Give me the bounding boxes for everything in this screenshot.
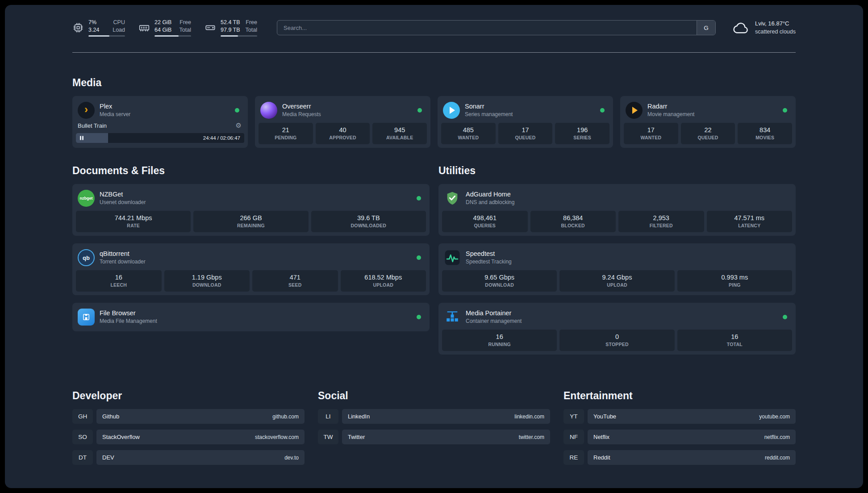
search-input[interactable] — [277, 21, 697, 35]
bookmark-stackoverflow[interactable]: SO StackOverflowstackoverflow.com — [72, 430, 305, 444]
bookmark-twitter[interactable]: TW Twittertwitter.com — [318, 430, 550, 444]
bookmark-name: Netflix — [593, 434, 609, 440]
bookmark-abbr: DT — [72, 450, 93, 465]
service-card-plex[interactable]: › Plex Media server Bullet Train ⚙ 24:44… — [72, 96, 248, 148]
service-card-radarr[interactable]: Radarr Movie management 17WANTED 22QUEUE… — [620, 96, 796, 148]
stat-value: 17 — [500, 126, 551, 134]
service-card-overseerr[interactable]: Overseerr Media Requests 21PENDING 40APP… — [255, 96, 430, 148]
status-dot-online — [783, 315, 787, 319]
bookmark-name: Reddit — [593, 454, 610, 461]
bookmark-abbr: LI — [318, 409, 338, 424]
radarr-icon — [626, 102, 643, 119]
stat-value: 834 — [739, 126, 790, 134]
stat-value: 16 — [444, 333, 555, 340]
stat-block: 498,461QUERIES — [442, 211, 528, 232]
stat-label: FILTERED — [620, 223, 702, 228]
weather-location: Lviv, 16.87°C — [755, 20, 796, 28]
bookmark-name: Github — [102, 413, 119, 420]
bookmark-name: YouTube — [593, 413, 616, 420]
stat-block: 17QUEUED — [498, 123, 553, 144]
service-card-qbittorrent[interactable]: qb qBittorrent Torrent downloader 16LEEC… — [72, 243, 430, 295]
service-desc: Media File Management — [100, 318, 157, 325]
service-card-filebrowser[interactable]: File Browser Media File Management — [72, 303, 430, 331]
service-card-portainer[interactable]: Media Portainer Container management 16R… — [438, 303, 796, 355]
bookmark-url: reddit.com — [765, 455, 790, 461]
cloud-icon — [732, 21, 750, 35]
bookmark-url: twitter.com — [519, 434, 544, 440]
service-name: Speedtest — [466, 250, 512, 258]
stat-block: 17WANTED — [624, 123, 678, 144]
speedtest-icon — [444, 249, 461, 266]
stat-label: STOPPED — [561, 342, 672, 347]
service-card-sonarr[interactable]: Sonarr Series management 485WANTED 17QUE… — [438, 96, 613, 148]
now-playing-title: Bullet Train — [78, 122, 107, 129]
bookmark-linkedin[interactable]: LI LinkedInlinkedin.com — [318, 409, 550, 424]
stat-block: 39.6 TBDOWNLOADED — [311, 211, 426, 232]
memory-total-value: 64 GiB — [154, 26, 171, 33]
cpu-load-value: 3.24 — [88, 26, 99, 33]
stat-block: 471SEED — [252, 270, 338, 292]
pause-icon — [80, 136, 83, 140]
service-name: File Browser — [100, 309, 157, 318]
stat-value: 0 — [561, 333, 672, 340]
memory-progress-fill — [154, 35, 179, 37]
service-name: Sonarr — [465, 102, 513, 111]
memory-progress-bar — [154, 35, 191, 37]
memory-total-label: Total — [179, 26, 191, 33]
service-desc: Torrent downloader — [100, 259, 146, 266]
gear-icon[interactable]: ⚙ — [236, 121, 242, 130]
stat-label: WANTED — [626, 135, 676, 140]
bookmark-url: linkedin.com — [514, 414, 544, 420]
status-dot-online — [417, 315, 421, 319]
bookmark-name: Twitter — [348, 434, 365, 440]
stat-value: 744.21 Mbps — [78, 214, 189, 221]
stat-value: 2,953 — [620, 214, 702, 221]
stat-value: 9.65 Gbps — [444, 274, 555, 281]
service-card-speedtest[interactable]: Speedtest Speedtest Tracking 9.65 GbpsDO… — [438, 243, 796, 295]
bookmark-dev[interactable]: DT DEVdev.to — [72, 450, 305, 465]
status-dot-online — [235, 108, 239, 113]
stat-label: DOWNLOAD — [166, 282, 248, 288]
stat-label: LATENCY — [709, 223, 791, 228]
stat-block: 86,384BLOCKED — [530, 211, 616, 232]
service-name: NZBGet — [100, 190, 146, 199]
bookmark-netflix[interactable]: NF Netflixnetflix.com — [563, 430, 796, 444]
stat-block: 834MOVIES — [738, 123, 792, 144]
stat-label: QUERIES — [444, 223, 526, 228]
service-card-adguard[interactable]: AdGuard Home DNS and adblocking 498,461Q… — [438, 184, 796, 236]
bookmark-abbr: SO — [72, 430, 93, 444]
disk-free-label: Free — [246, 19, 257, 26]
bookmark-github[interactable]: GH Githubgithub.com — [72, 409, 305, 424]
stat-label: WANTED — [443, 135, 494, 140]
stat-label: DOWNLOADED — [313, 223, 424, 228]
disk-widget: 52.4 TBFree 97.9 TBTotal — [204, 19, 257, 37]
disk-free-value: 52.4 TB — [221, 19, 240, 26]
cpu-load-label: Load — [113, 26, 125, 33]
disk-total-value: 97.9 TB — [221, 26, 240, 33]
weather-widget: Lviv, 16.87°C scattered clouds — [732, 20, 796, 36]
bookmark-name: LinkedIn — [348, 413, 370, 420]
stat-block: 22QUEUED — [681, 123, 735, 144]
filebrowser-icon — [78, 309, 95, 326]
status-dot-online — [600, 108, 605, 113]
qbittorrent-icon: qb — [78, 249, 95, 266]
section-title-utilities: Utilities — [438, 165, 796, 177]
stat-label: SERIES — [557, 135, 608, 140]
overseerr-icon — [260, 102, 277, 119]
stat-value: 16 — [78, 274, 160, 281]
stat-value: 266 GB — [195, 214, 306, 221]
stat-label: RATE — [78, 223, 189, 228]
bookmark-youtube[interactable]: YT YouTubeyoutube.com — [563, 409, 796, 424]
service-card-nzbget[interactable]: nzbget NZBGet Usenet downloader 744.21 M… — [72, 184, 430, 236]
stat-block: 266 GBREMAINING — [193, 211, 308, 232]
bookmark-url: stackoverflow.com — [255, 434, 299, 440]
stat-label: QUEUED — [500, 135, 551, 140]
cpu-widget: 7%CPU 3.24Load — [72, 19, 125, 37]
bookmark-reddit[interactable]: RE Redditreddit.com — [563, 450, 796, 465]
stat-block: 47.571 msLATENCY — [707, 211, 793, 232]
cpu-usage-value: 7% — [88, 19, 96, 26]
nzbget-icon: nzbget — [78, 190, 95, 207]
search-provider-button[interactable]: G — [697, 21, 715, 35]
memory-widget: 22 GiBFree 64 GiBTotal — [138, 19, 191, 37]
stat-block: 40APPROVED — [316, 123, 370, 144]
